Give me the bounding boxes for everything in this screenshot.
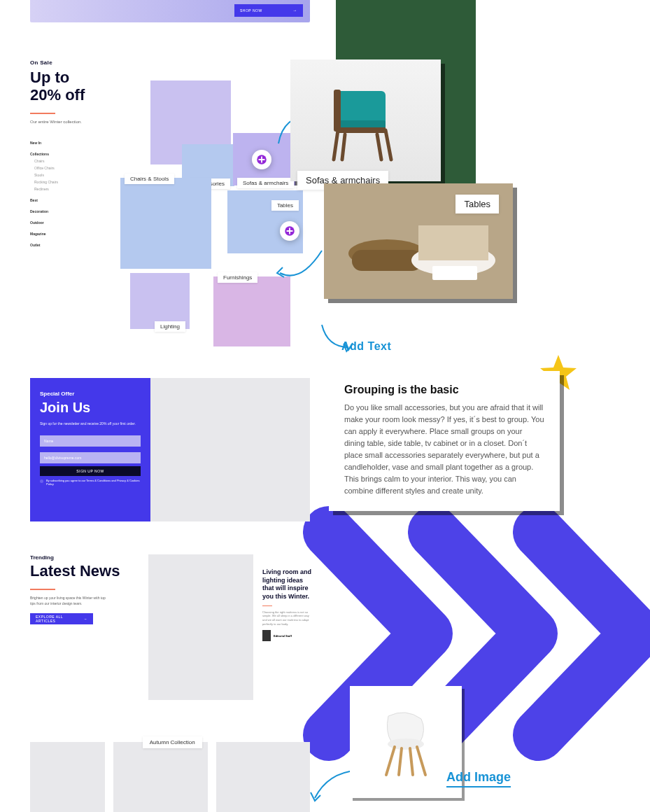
signup-button[interactable]: SIGN UP NOW (40, 466, 141, 476)
signup-label: Special Offer (40, 391, 141, 397)
add-icon[interactable] (252, 150, 271, 169)
svg-rect-7 (338, 127, 386, 133)
chair-image (371, 704, 441, 780)
chair-image (290, 59, 441, 181)
tile-label: Furnishings (218, 272, 257, 283)
card-caption: Tables (455, 195, 499, 214)
article-body: Choosing the right mattress is not so si… (262, 610, 311, 626)
strip-cell[interactable]: Autumn Collection (113, 742, 207, 812)
name-field[interactable] (40, 435, 141, 447)
tile-lighting[interactable]: Lighting (130, 273, 190, 329)
news-sub: Brighten up your living space this Winte… (30, 596, 107, 606)
explore-button[interactable]: EXPLORE ALL ARTICLES (30, 613, 93, 624)
author: Editorial Staff (262, 630, 311, 641)
hero-banner: SHOP NOW (30, 0, 310, 22)
bullet-icon (40, 479, 43, 483)
divider (30, 113, 55, 114)
signup-headline: Join Us (40, 400, 141, 416)
svg-rect-13 (418, 225, 488, 260)
signup-block: Special Offer Join Us Sign up for the ne… (30, 378, 310, 522)
product-card-chair[interactable]: Sofas & armchairs (290, 59, 441, 181)
signup-copy: Sign up for the newsletter and receive 2… (40, 421, 141, 427)
strip-cell[interactable] (30, 742, 105, 812)
grouping-body: Do you like small accessories, but you a… (344, 402, 544, 497)
strip-caption: Autumn Collection (143, 736, 202, 748)
news-article[interactable]: Living room and lighting ideas that will… (262, 568, 311, 641)
grouping-title: Grouping is the basic (344, 384, 544, 396)
tile-label: Lighting (155, 321, 185, 332)
news-image (148, 554, 253, 700)
article-title: Living room and lighting ideas that will… (262, 568, 311, 601)
shop-now-label: SHOP NOW (240, 8, 262, 13)
email-field[interactable] (40, 452, 141, 463)
divider (262, 606, 272, 606)
tile-label: Tables (271, 200, 299, 211)
signup-form: Special Offer Join Us Sign up for the ne… (30, 378, 150, 522)
white-chair-card[interactable] (350, 686, 462, 798)
tile-chairs-stools[interactable]: Chairs & Stools (120, 178, 211, 269)
grouping-card: Grouping is the basic Do you like small … (329, 371, 560, 511)
signup-image (150, 378, 310, 522)
tile-label: Chairs & Stools (125, 174, 174, 184)
avatar (262, 630, 271, 641)
tile-label: Sofas & armchairs (237, 178, 294, 188)
svg-rect-12 (432, 266, 477, 280)
collection-strip: Autumn Collection (30, 742, 310, 812)
strip-cell[interactable] (216, 742, 310, 812)
terms-text: By subscribing you agree to our Terms & … (40, 479, 141, 486)
on-sale-label: On Sale (30, 59, 310, 66)
author-name: Editorial Staff (274, 634, 292, 638)
divider (30, 589, 55, 590)
product-card-table[interactable]: Tables (324, 183, 513, 299)
add-icon[interactable] (280, 221, 299, 241)
add-text-label[interactable]: Add Text (341, 340, 391, 353)
tile-furnishings[interactable]: Furnishings (213, 276, 290, 346)
add-image-label[interactable]: Add Image (446, 770, 511, 788)
svg-rect-6 (334, 90, 341, 132)
shop-now-button[interactable]: SHOP NOW (234, 4, 303, 17)
